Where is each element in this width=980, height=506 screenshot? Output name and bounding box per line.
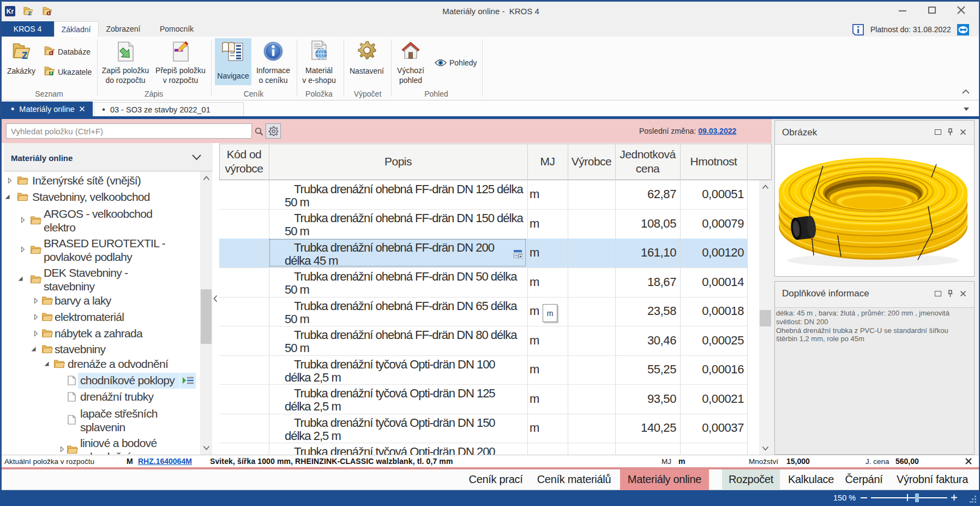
svg-text:d: d (46, 9, 51, 17)
svg-text:u: u (49, 69, 53, 77)
svg-text:d: d (49, 49, 53, 57)
svg-text:z: z (21, 47, 28, 62)
svg-text:z: z (28, 9, 32, 17)
